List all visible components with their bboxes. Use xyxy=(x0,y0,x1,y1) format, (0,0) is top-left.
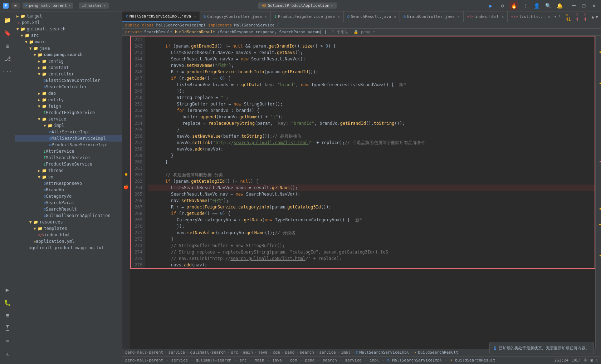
file-tree-item[interactable]: ▶ 📁 dao xyxy=(15,90,122,97)
tab-close-icon[interactable]: ✕ xyxy=(265,15,267,19)
tab-search-result[interactable]: © SearchResult.java ✕ xyxy=(344,11,400,22)
file-tree-item[interactable]: ▶ 📁 constant xyxy=(15,64,122,71)
status-moon-icon[interactable]: ☾ xyxy=(596,358,598,363)
sidebar-icon-search[interactable]: ⊞ xyxy=(2,40,13,51)
file-tree-item[interactable]: ▼ 📁 resources xyxy=(15,219,122,225)
status-crlf[interactable]: CRLF xyxy=(571,358,581,363)
app-name-button[interactable]: 🔆 GulimallProductApplication ▾ xyxy=(258,3,337,9)
status-src[interactable]: src xyxy=(240,358,247,363)
tab-close-icon[interactable]: ✕ xyxy=(548,15,550,19)
tab-product-feign[interactable]: I ProductFeignService.java ✕ xyxy=(271,11,344,22)
code-area[interactable]: 241 242 243 244 245 246 247 248 249 250 … xyxy=(130,36,595,349)
status-impl[interactable]: impl xyxy=(370,358,379,363)
file-tree-item[interactable]: ▼ 📁 com.peng.search xyxy=(15,51,122,58)
more-actions-button[interactable]: ⋮ xyxy=(521,1,529,10)
breadcrumb-item[interactable]: service xyxy=(168,350,185,355)
file-tree-item[interactable]: © SearchResult xyxy=(15,206,122,212)
sidebar-icon-problems[interactable]: ⚠ xyxy=(2,348,13,360)
file-tree-item[interactable]: I MallSearchService xyxy=(15,154,122,161)
file-tree-item[interactable]: © BrandVo xyxy=(15,187,122,193)
file-tree-item[interactable]: I ProductFeignService xyxy=(15,109,122,116)
profile-button[interactable]: 🔥 xyxy=(509,1,518,10)
tab-close-icon[interactable]: ✕ xyxy=(458,15,460,19)
breadcrumb-item[interactable]: gulimall-search xyxy=(190,350,226,355)
tab-list-html[interactable]: </> list.htm... ✕ xyxy=(508,11,554,22)
breadcrumb-item[interactable]: com xyxy=(273,350,280,355)
file-tree-item[interactable]: © SearchController xyxy=(15,84,122,90)
error-nav-up[interactable]: ▲ xyxy=(592,14,594,19)
status-project[interactable]: peng-mall-parent xyxy=(125,358,163,363)
status-service-dir[interactable]: service xyxy=(345,358,361,363)
file-tree-item[interactable]: ▼ 📁 feign xyxy=(15,103,122,109)
close-button[interactable]: ✕ xyxy=(590,1,598,10)
file-tree-item[interactable]: ▼ 📁 templates xyxy=(15,225,122,232)
tab-mall-search[interactable]: © MallSearchServiceImpl.java ✕ xyxy=(122,11,200,22)
sidebar-icon-project[interactable]: 📁 xyxy=(2,14,13,26)
status-layout-icon[interactable]: ▣ xyxy=(591,358,593,363)
tab-close-icon[interactable]: ✕ xyxy=(194,14,196,18)
sidebar-icon-bookmarks[interactable]: 🔖 xyxy=(2,27,13,39)
breadcrumb-item[interactable]: MallSearchServiceImpl xyxy=(359,350,409,355)
sidebar-icon-database[interactable]: 🗄 xyxy=(2,323,13,334)
file-tree-item[interactable]: © ProductSaveServiceImpl xyxy=(15,142,122,148)
sidebar-icon-git[interactable]: ⎇ xyxy=(2,53,13,64)
run-button[interactable]: ▶ xyxy=(487,1,495,10)
file-tree-item[interactable]: ▼ 📁 impl xyxy=(15,122,122,129)
notifications-button[interactable]: 🔔 xyxy=(555,1,564,10)
tab-index-html[interactable]: </> index.html ✕ xyxy=(464,11,508,22)
status-module[interactable]: gulimall-search xyxy=(196,358,231,363)
breadcrumb-item[interactable]: java xyxy=(258,350,268,355)
branch-tab[interactable]: ⎇ master ▾ xyxy=(79,3,108,9)
status-service[interactable]: service xyxy=(171,358,188,363)
breadcrumb-item[interactable]: peng-mall-parent xyxy=(125,350,163,355)
file-tree-item[interactable]: I AttrService xyxy=(15,148,122,154)
file-tree-item[interactable]: ▼ 📁 controller xyxy=(15,71,122,77)
settings-button[interactable]: ⚙ xyxy=(498,1,507,10)
status-search[interactable]: search xyxy=(323,358,337,363)
status-main[interactable]: main xyxy=(255,358,264,363)
status-com[interactable]: com xyxy=(290,358,297,363)
file-tree-item[interactable]: © AttrResponseVo xyxy=(15,180,122,187)
breadcrumb-item[interactable]: buildSearchResult xyxy=(418,350,458,355)
tab-more-button[interactable]: ⋮ xyxy=(558,15,561,19)
status-lang-zh[interactable]: 中 xyxy=(584,358,588,363)
file-tree-item[interactable]: ≡ application.yml xyxy=(15,238,122,245)
file-tree-item[interactable]: m pom.xml xyxy=(15,19,122,26)
breadcrumb-item[interactable]: search xyxy=(300,350,314,355)
breadcrumb-item[interactable]: peng xyxy=(285,350,295,355)
error-nav-down[interactable]: ▼ xyxy=(596,14,598,19)
file-tree-item[interactable]: ▶ 📁 target xyxy=(15,13,122,19)
project-tab[interactable]: P peng-mall-parent ▾ xyxy=(23,3,74,9)
sidebar-icon-more[interactable]: ··· xyxy=(2,66,13,77)
tab-close-icon[interactable]: ✕ xyxy=(502,15,504,19)
file-tree-item[interactable]: ▶ 📁 thread xyxy=(15,167,122,174)
file-tree-item[interactable]: © ElasticSaveController xyxy=(15,77,122,84)
status-class-name[interactable]: MallSearchServiceImpl xyxy=(392,358,442,363)
breadcrumb-item[interactable]: main xyxy=(243,350,253,355)
file-tree-item[interactable]: © CategoryVo xyxy=(15,193,122,200)
sidebar-icon-structure[interactable]: ⊞ xyxy=(2,310,13,321)
tab-close-icon[interactable]: ✕ xyxy=(338,15,340,19)
file-tree-item[interactable]: ▼ 📁 java xyxy=(15,45,122,51)
code-lines[interactable]: if (param.getBrandId() != null && param.… xyxy=(145,36,595,268)
sidebar-icon-run[interactable]: ▶ xyxy=(2,284,13,295)
breadcrumb-item[interactable]: service xyxy=(319,350,336,355)
breadcrumb-item[interactable]: src xyxy=(231,350,238,355)
file-tree-item[interactable]: I ProductSaveService xyxy=(15,161,122,167)
search-button[interactable]: 🔍 xyxy=(544,1,552,10)
file-tree-item[interactable]: ▶ 📁 config xyxy=(15,58,122,64)
tab-close-icon[interactable]: ✕ xyxy=(394,15,396,19)
file-tree-item[interactable]: ▼ 📁 service xyxy=(15,116,122,122)
file-tree-item-selected[interactable]: © MallSearchServiceImpl xyxy=(15,135,122,142)
file-tree-item[interactable]: © GulimallSearchApplication xyxy=(15,212,122,219)
file-tree-item[interactable]: ▼ 📁 vo xyxy=(15,174,122,180)
file-tree-item[interactable]: ▼ 📁 src xyxy=(15,32,122,39)
minimize-button[interactable]: ─ xyxy=(570,1,578,10)
file-tree-item[interactable]: © AttrServiceImpl xyxy=(15,129,122,135)
tab-category-controller[interactable]: © CategoryController.java ✕ xyxy=(200,11,270,22)
status-method[interactable]: buildSearchResult xyxy=(455,358,495,363)
status-position[interactable]: 262:24 xyxy=(554,358,569,363)
sidebar-icon-debug[interactable]: 🐛 xyxy=(2,297,13,308)
tab-overflow-button[interactable]: ▾ xyxy=(554,15,556,19)
file-tree-item[interactable]: ▼ 📁 main xyxy=(15,39,122,45)
